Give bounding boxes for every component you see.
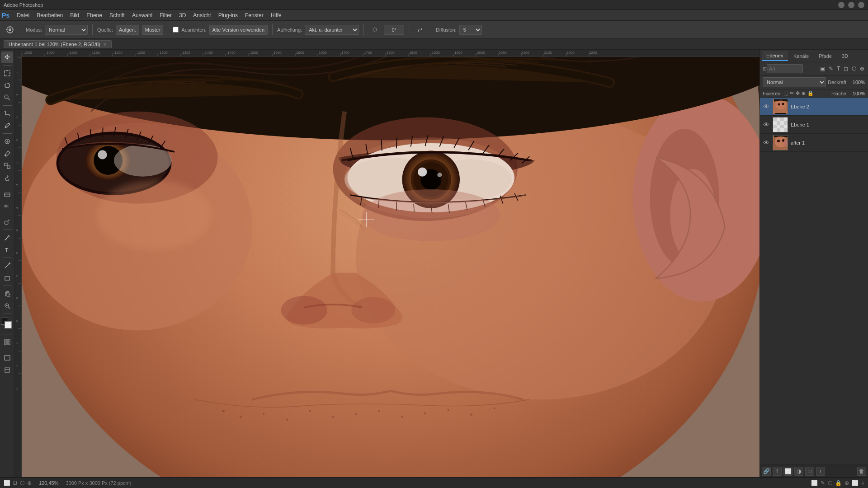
layer-item-after1[interactable]: 👁 after 1 [760, 134, 868, 152]
pixel-layer-icon[interactable]: ▣ [820, 66, 825, 72]
svg-text:1000: 1000 [24, 51, 32, 55]
lasso-tool[interactable] [1, 80, 13, 91]
maximize-button[interactable] [848, 2, 854, 8]
layers-search-input[interactable] [767, 64, 803, 73]
toolbar-sep-5 [363, 24, 364, 35]
fill-value[interactable]: 100% [849, 91, 865, 96]
menu-filter[interactable]: Filter [156, 11, 175, 19]
marquee-tool[interactable] [1, 67, 13, 79]
opacity-value[interactable]: 100% [849, 80, 865, 85]
text-tool[interactable]: T [1, 244, 13, 256]
clone-stamp-tool[interactable] [1, 160, 13, 172]
svg-rect-22 [5, 277, 9, 280]
text-layer-icon[interactable]: T [837, 66, 840, 72]
eyedropper-tool[interactable] [1, 120, 13, 131]
link-layers-btn[interactable]: 🔗 [762, 467, 771, 476]
hand-tool[interactable] [1, 288, 13, 300]
status-icon-5[interactable]: ⊕ [844, 480, 849, 486]
layer-visibility-ebene1[interactable]: 👁 [763, 121, 770, 128]
artboard-tool[interactable] [1, 364, 13, 376]
arrange-icon[interactable]: ⬜ [4, 480, 10, 486]
tab-3d[interactable]: 3D [837, 52, 853, 61]
status-icon-6[interactable]: ⬜ [852, 480, 859, 486]
menu-ebene[interactable]: Ebene [83, 11, 106, 19]
lock-image-icon[interactable]: ✏ [790, 90, 794, 96]
minimize-button[interactable] [838, 2, 844, 8]
menu-plugins[interactable]: Plug-ins [215, 11, 241, 19]
layer-visibility-after1[interactable]: 👁 [763, 139, 770, 146]
status-icon-7[interactable]: ≡ [861, 480, 864, 486]
move-tool[interactable] [1, 52, 13, 63]
adjust-layer-icon[interactable]: ✎ [829, 66, 833, 72]
layer-blend-mode-select[interactable]: Normal Multiplizieren Überlagern [763, 77, 826, 87]
layer-item-ebene1[interactable]: 👁 [760, 116, 868, 134]
crop-tool[interactable] [1, 108, 13, 119]
brush-option-icon[interactable]: Ω [13, 480, 17, 486]
menu-ansicht[interactable]: Ansicht [189, 11, 214, 19]
lock-transparent-icon[interactable]: ⬚ [783, 90, 788, 96]
magic-wand-tool[interactable] [1, 92, 13, 103]
quick-mask-tool[interactable] [1, 336, 13, 348]
filter-icon[interactable]: ⊛ [860, 66, 864, 72]
menu-schrift[interactable]: Schrift [106, 11, 128, 19]
menu-datei[interactable]: Datei [13, 11, 33, 19]
status-icon-3[interactable]: ⬡ [828, 480, 832, 486]
layer-mask-btn[interactable]: ⬜ [783, 467, 793, 476]
status-icon-1[interactable]: ⬜ [811, 480, 818, 486]
eraser-tool[interactable] [1, 188, 13, 200]
ausrichten-checkbox[interactable] [173, 27, 179, 33]
aufhellung-select[interactable]: Akt. u. darunter Alle Ebenen [305, 25, 359, 35]
delete-layer-btn[interactable]: 🗑 [857, 467, 866, 476]
tab-ebenen[interactable]: Ebenen [762, 51, 788, 61]
lock-all-icon[interactable]: 🔒 [807, 90, 814, 96]
menu-bild[interactable]: Bild [66, 11, 83, 19]
current-tool-icon[interactable] [4, 23, 16, 36]
doc-dimensions: 3000 Px x 3000 Px (72 ppcm) [66, 480, 131, 486]
color-correction-icon[interactable]: ⬡ [20, 480, 24, 486]
gradient-tool[interactable] [1, 200, 13, 212]
background-color[interactable] [5, 321, 12, 328]
thumb-svg-after1 [773, 136, 788, 150]
doc-tab-close[interactable]: ✕ [103, 42, 107, 47]
status-icon-2[interactable]: ✎ [821, 480, 825, 486]
diffusion-select[interactable]: 5 1 3 7 [459, 25, 482, 35]
shape-layer-icon[interactable]: ◻ [844, 66, 848, 72]
layer-item-ebene2[interactable]: 👁 Ebene 2 [760, 98, 868, 116]
svg-point-167 [407, 261, 409, 262]
menu-fenster[interactable]: Fenster [241, 11, 267, 19]
tab-pfade[interactable]: Pfade [814, 52, 836, 61]
zoom-tool[interactable] [1, 300, 13, 312]
face-canvas[interactable] [22, 57, 760, 477]
mode-select[interactable]: Normal Multiplizieren Aufhellen [45, 25, 88, 35]
aufgen-button[interactable]: Aufgen. [116, 25, 139, 35]
path-selection-tool[interactable] [1, 260, 13, 272]
muster-button[interactable]: Muster [142, 25, 164, 35]
dodge-tool[interactable] [1, 216, 13, 228]
layer-visibility-ebene2[interactable]: 👁 [763, 103, 770, 110]
pen-tool[interactable] [1, 232, 13, 244]
tab-kanaele[interactable]: Kanäle [789, 52, 813, 61]
close-button[interactable] [858, 2, 864, 8]
history-brush-tool[interactable] [1, 172, 13, 184]
status-icon-4[interactable]: 🔒 [835, 480, 842, 486]
menu-auswahl[interactable]: Auswahl [128, 11, 156, 19]
screen-mode-tool[interactable] [1, 352, 13, 364]
menu-bearbeiten[interactable]: Bearbeiten [33, 11, 66, 19]
shape-tool[interactable] [1, 272, 13, 284]
healing-brush-tool[interactable] [1, 136, 13, 147]
menu-3d[interactable]: 3D [175, 11, 189, 19]
new-layer-btn[interactable]: + [816, 467, 825, 476]
layer-style-btn[interactable]: f [773, 467, 782, 476]
menu-hilfe[interactable]: Hilfe [267, 11, 285, 19]
new-layer-group-btn[interactable]: □ [805, 467, 814, 476]
smart-object-icon[interactable]: ⬡ [852, 66, 856, 72]
doc-tab-item[interactable]: Unbenannt-1 bei 120% (Ebene 2, RGB/8) ✕ [4, 40, 112, 48]
brush-tool[interactable] [1, 148, 13, 160]
adjust-icon[interactable]: ⊕ [27, 480, 32, 486]
angle-input[interactable] [384, 25, 404, 35]
alte-version-button[interactable]: Alte Version verwenden [209, 25, 268, 35]
lock-artboard-icon[interactable]: ⊕ [802, 90, 806, 96]
fill-layer-btn[interactable]: ◑ [794, 467, 803, 476]
lock-position-icon[interactable]: ✥ [796, 90, 800, 96]
flip-icon[interactable]: ⇄ [414, 23, 426, 36]
